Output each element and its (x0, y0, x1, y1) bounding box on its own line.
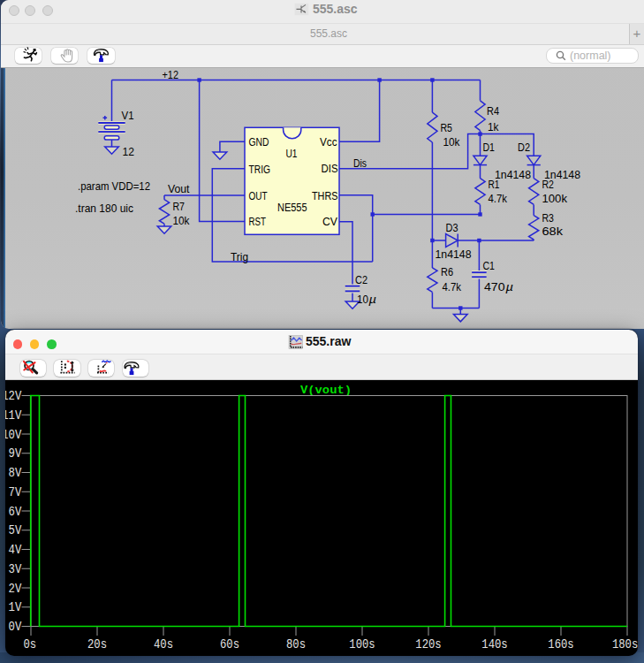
svg-text:Dis: Dis (353, 156, 367, 170)
svg-text:R1: R1 (489, 178, 500, 191)
svg-text:C1: C1 (483, 259, 496, 272)
svg-text:1V: 1V (9, 600, 22, 614)
svg-text:Vcc: Vcc (320, 135, 337, 149)
svg-text:2V: 2V (9, 582, 22, 596)
svg-text:100s: 100s (349, 637, 375, 652)
svg-text:TRIG: TRIG (249, 163, 271, 176)
svg-text:R5: R5 (441, 121, 453, 134)
svg-text:Trig: Trig (231, 250, 248, 263)
svg-text:160s: 160s (548, 637, 573, 652)
svg-text:THRS: THRS (312, 189, 338, 202)
svg-text:NE555: NE555 (277, 201, 307, 214)
svg-text:1n4148: 1n4148 (495, 168, 531, 181)
svg-text:3V: 3V (9, 562, 22, 576)
svg-text:.tran 180 uic: .tran 180 uic (75, 202, 133, 215)
svg-text:7V: 7V (9, 485, 22, 499)
svg-text:Vout: Vout (168, 182, 190, 195)
svg-text:120s: 120s (415, 637, 441, 652)
svg-text:6V: 6V (9, 505, 22, 519)
svg-text:40s: 40s (154, 637, 173, 652)
svg-text:V(vout): V(vout) (300, 384, 352, 397)
svg-text:470: 470 (484, 280, 505, 293)
svg-text:R6: R6 (441, 265, 453, 278)
svg-text:20s: 20s (87, 637, 107, 652)
svg-text:10V: 10V (5, 428, 22, 442)
svg-text:12: 12 (123, 145, 135, 158)
svg-text:10k: 10k (443, 135, 460, 149)
svg-text:µ: µ (369, 293, 377, 306)
svg-text:V1: V1 (122, 109, 134, 122)
svg-text:+12: +12 (163, 68, 179, 81)
svg-text:10k: 10k (173, 214, 190, 227)
svg-text:DIS: DIS (322, 162, 338, 175)
svg-text:D3: D3 (446, 221, 458, 234)
svg-text:0V: 0V (9, 620, 22, 634)
svg-text:µ: µ (506, 280, 514, 293)
svg-text:12V: 12V (5, 389, 22, 403)
svg-text:1n4148: 1n4148 (436, 248, 472, 261)
svg-text:R2: R2 (542, 178, 555, 191)
svg-text:9V: 9V (9, 446, 22, 461)
svg-text:80s: 80s (286, 637, 306, 652)
svg-text:68k: 68k (542, 225, 564, 238)
svg-text:180s: 180s (612, 637, 638, 652)
svg-text:CV: CV (322, 215, 337, 228)
svg-text:1k: 1k (488, 120, 499, 133)
svg-text:.param VDD=12: .param VDD=12 (78, 179, 150, 193)
svg-text:RST: RST (249, 215, 267, 228)
svg-text:OUT: OUT (249, 189, 268, 202)
svg-text:R4: R4 (487, 104, 499, 118)
svg-text:8V: 8V (9, 466, 22, 480)
svg-text:5V: 5V (9, 523, 22, 537)
svg-text:GND: GND (249, 135, 269, 149)
svg-text:C2: C2 (355, 273, 367, 286)
svg-text:10: 10 (357, 293, 368, 306)
svg-text:4.7k: 4.7k (443, 280, 462, 293)
svg-text:11V: 11V (5, 408, 22, 423)
svg-text:4.7k: 4.7k (489, 192, 508, 205)
svg-text:R3: R3 (542, 211, 555, 225)
svg-text:D1: D1 (483, 141, 496, 154)
svg-text:0s: 0s (24, 637, 37, 652)
svg-text:100k: 100k (542, 192, 568, 205)
svg-text:140s: 140s (481, 637, 507, 652)
svg-text:D2: D2 (518, 141, 530, 154)
svg-text:R7: R7 (173, 200, 186, 213)
svg-text:U1: U1 (286, 147, 298, 160)
svg-text:4V: 4V (9, 543, 22, 557)
svg-text:60s: 60s (220, 637, 239, 652)
